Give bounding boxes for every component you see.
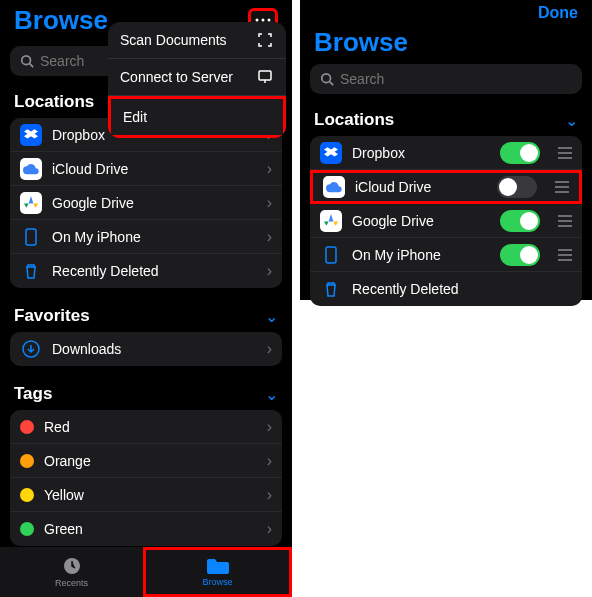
tag-row-orange[interactable]: Orange › <box>10 444 282 478</box>
phone-left: Browse Locations Dropbox › iCloud Drive … <box>0 0 292 597</box>
locations-header[interactable]: Locations ⌄ <box>300 104 592 136</box>
row-label: Google Drive <box>352 213 490 229</box>
row-label: Google Drive <box>52 195 257 211</box>
tag-dot-icon <box>20 522 34 536</box>
row-label: Downloads <box>52 341 257 357</box>
toggle-iphone[interactable] <box>500 244 540 266</box>
row-label: Recently Deleted <box>352 281 572 297</box>
chevron-down-icon: ⌄ <box>265 385 278 404</box>
row-label: Orange <box>44 453 257 469</box>
svg-rect-5 <box>26 229 36 245</box>
edit-row-iphone[interactable]: On My iPhone <box>310 238 582 272</box>
tags-header[interactable]: Tags ⌄ <box>0 378 292 410</box>
favorite-row-downloads[interactable]: Downloads › <box>10 332 282 366</box>
menu-label: Scan Documents <box>120 32 227 48</box>
location-row-iphone[interactable]: On My iPhone › <box>10 220 282 254</box>
gdrive-icon <box>320 210 342 232</box>
iphone-icon <box>20 226 42 248</box>
svg-point-10 <box>322 74 331 83</box>
header-right-top: Done <box>300 0 592 26</box>
row-label: iCloud Drive <box>355 179 487 195</box>
iphone-icon <box>320 244 342 266</box>
section-title: Locations <box>14 92 94 112</box>
search-input[interactable] <box>340 71 572 87</box>
tab-bar: Recents Browse <box>0 547 292 597</box>
chevron-right-icon: › <box>267 418 272 436</box>
reorder-grip-icon[interactable] <box>558 249 572 261</box>
page-title: Browse <box>314 27 408 58</box>
tag-row-red[interactable]: Red › <box>10 410 282 444</box>
icloud-icon <box>20 158 42 180</box>
page-title: Browse <box>14 5 108 36</box>
dropbox-icon <box>320 142 342 164</box>
dropbox-icon <box>20 124 42 146</box>
location-row-deleted[interactable]: Recently Deleted › <box>10 254 282 288</box>
tag-row-green[interactable]: Green › <box>10 512 282 546</box>
tags-list: Red › Orange › Yellow › Green › <box>10 410 282 546</box>
trash-icon <box>320 278 342 300</box>
tab-recents[interactable]: Recents <box>0 547 143 597</box>
favorites-list: Downloads › <box>10 332 282 366</box>
done-button[interactable]: Done <box>538 4 578 22</box>
chevron-down-icon: ⌄ <box>565 111 578 130</box>
toggle-gdrive[interactable] <box>500 210 540 232</box>
menu-connect-server[interactable]: Connect to Server <box>108 59 286 96</box>
row-label: Green <box>44 521 257 537</box>
edit-row-dropbox[interactable]: Dropbox <box>310 136 582 170</box>
svg-line-11 <box>330 82 334 86</box>
section-title: Locations <box>314 110 394 130</box>
tab-browse[interactable]: Browse <box>143 547 292 597</box>
search-icon <box>20 54 34 68</box>
tag-dot-icon <box>20 420 34 434</box>
menu-label: Connect to Server <box>120 69 233 85</box>
tag-dot-icon <box>20 488 34 502</box>
chevron-right-icon: › <box>267 160 272 178</box>
gdrive-icon <box>20 192 42 214</box>
section-title: Favorites <box>14 306 90 326</box>
edit-row-icloud[interactable]: iCloud Drive <box>310 170 582 204</box>
locations-edit-list: Dropbox iCloud Drive Google Drive On My … <box>310 136 582 306</box>
phone-right: Done Browse Locations ⌄ Dropbox iCloud D… <box>300 0 592 300</box>
location-row-gdrive[interactable]: Google Drive › <box>10 186 282 220</box>
chevron-right-icon: › <box>267 520 272 538</box>
chevron-right-icon: › <box>267 228 272 246</box>
row-label: Yellow <box>44 487 257 503</box>
row-label: On My iPhone <box>352 247 490 263</box>
chevron-right-icon: › <box>267 340 272 358</box>
menu-edit[interactable]: Edit <box>108 96 286 138</box>
edit-row-deleted[interactable]: Recently Deleted <box>310 272 582 306</box>
chevron-right-icon: › <box>267 262 272 280</box>
edit-row-gdrive[interactable]: Google Drive <box>310 204 582 238</box>
chevron-right-icon: › <box>267 486 272 504</box>
scan-icon <box>256 31 274 49</box>
search-field[interactable] <box>310 64 582 94</box>
section-title: Tags <box>14 384 52 404</box>
chevron-right-icon: › <box>267 452 272 470</box>
chevron-right-icon: › <box>267 194 272 212</box>
icloud-icon <box>323 176 345 198</box>
menu-label: Edit <box>123 109 147 125</box>
toggle-dropbox[interactable] <box>500 142 540 164</box>
header-right: Browse <box>300 26 592 58</box>
svg-point-3 <box>22 56 31 65</box>
row-label: On My iPhone <box>52 229 257 245</box>
context-menu: Scan Documents Connect to Server Edit <box>108 22 286 138</box>
tab-label: Recents <box>55 578 88 588</box>
menu-scan-documents[interactable]: Scan Documents <box>108 22 286 59</box>
toggle-icloud[interactable] <box>497 176 537 198</box>
row-label: Recently Deleted <box>52 263 257 279</box>
blank-icon <box>253 108 271 126</box>
svg-rect-12 <box>326 247 336 263</box>
svg-rect-7 <box>259 71 271 80</box>
search-icon <box>320 72 334 86</box>
reorder-grip-icon[interactable] <box>555 181 569 193</box>
location-row-icloud[interactable]: iCloud Drive › <box>10 152 282 186</box>
reorder-grip-icon[interactable] <box>558 147 572 159</box>
favorites-header[interactable]: Favorites ⌄ <box>0 300 292 332</box>
row-label: iCloud Drive <box>52 161 257 177</box>
tag-row-yellow[interactable]: Yellow › <box>10 478 282 512</box>
locations-list: Dropbox › iCloud Drive › Google Drive › … <box>10 118 282 288</box>
reorder-grip-icon[interactable] <box>558 215 572 227</box>
server-icon <box>256 68 274 86</box>
svg-line-4 <box>30 64 34 68</box>
